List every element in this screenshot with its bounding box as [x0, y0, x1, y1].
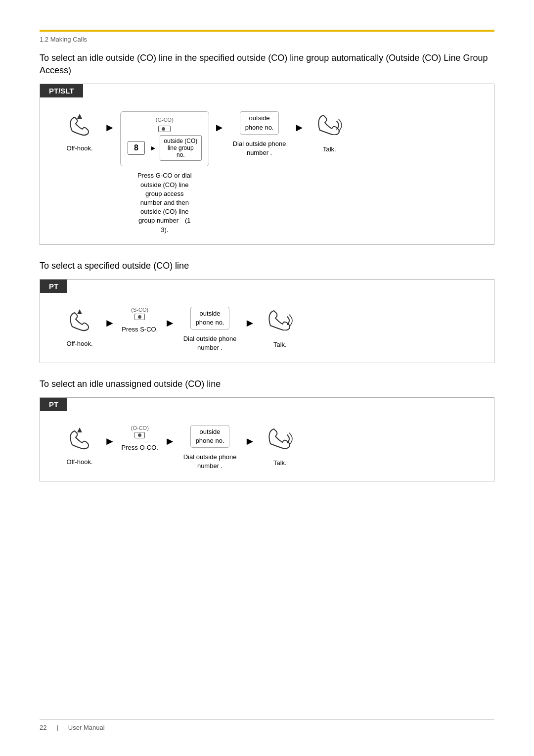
section2-box: PT Off-hook. ► (S-CO): [40, 279, 494, 363]
talk-label-1: Talk.: [323, 145, 336, 154]
step-dial-1: outside phone no. Dial outside phone num…: [230, 111, 289, 157]
gco-tag: (G-CO): [156, 117, 174, 123]
dial-label-1: Dial outside phone number .: [230, 140, 289, 157]
dial-box-1: outside phone no.: [240, 111, 279, 134]
arrow3-3: ►: [245, 430, 256, 448]
footer-doc: User Manual: [68, 724, 105, 731]
svg-marker-0: [77, 114, 82, 119]
talk-label-2: Talk.: [273, 340, 287, 349]
section3-tab: PT: [40, 398, 67, 411]
key-8: 8: [128, 141, 145, 155]
step-talk-2: Talk.: [260, 307, 300, 349]
step-talk-3: Talk.: [260, 425, 300, 468]
offhook-label-3: Off-hook.: [66, 458, 92, 467]
footer-separator: |: [56, 724, 58, 731]
dial-box-2: outside phone no.: [190, 307, 230, 330]
section2-title: To select a specified outside (CO) line: [40, 260, 494, 272]
talk-label-3: Talk.: [273, 459, 287, 468]
arrow1-1: ►: [104, 116, 115, 134]
section2-tab: PT: [40, 280, 67, 293]
talk-icon-2: [267, 307, 294, 335]
co-line-group-box: outside (CO)line group no.: [160, 135, 202, 161]
section1-tab: PT/SLT: [40, 84, 83, 97]
oco-icon-group: (O-CO): [131, 425, 149, 438]
gco-row: 8 ► outside (CO)line group no.: [128, 135, 202, 161]
step-dial-3: outside phone no. Dial outside phone num…: [180, 425, 240, 471]
sco-btn: [134, 314, 145, 320]
oco-btn: [134, 432, 145, 438]
dial-box-2-line1: outside: [200, 310, 221, 317]
arrow2-3: ►: [245, 312, 256, 330]
step-talk-1: Talk.: [310, 111, 349, 154]
gco-label: Press G-CO or dial outside (CO) line gro…: [135, 171, 194, 234]
section3-diagram: Off-hook. ► (O-CO) Press O-CO. ► outside…: [40, 411, 494, 481]
section3-title: To select an idle unassigned outside (CO…: [40, 378, 494, 390]
arrow3-1: ►: [104, 430, 115, 448]
section1-box: PT/SLT Off-hook. ► (G-CO): [40, 84, 494, 244]
step-gco: (G-CO) 8 ► outside (CO)line group no. Pr…: [120, 111, 209, 234]
talk-icon-3: [267, 425, 294, 454]
section3-box: PT Off-hook. ► (O-CO): [40, 397, 494, 481]
dial-box-3: outside phone no.: [190, 425, 230, 448]
offhook-icon-2: [65, 307, 94, 334]
oco-led: [138, 433, 141, 437]
gco-btn: [158, 126, 171, 132]
dial-box-3-line2: phone no.: [196, 437, 224, 444]
step-offhook-1: Off-hook.: [60, 111, 99, 153]
breadcrumb: 1.2 Making Calls: [40, 36, 494, 43]
page: 1.2 Making Calls To select an idle outsi…: [0, 0, 534, 756]
section1-diagram: Off-hook. ► (G-CO) 8 ► outside (CO)line …: [40, 97, 494, 244]
step-sco: (S-CO) Press S-CO.: [120, 307, 160, 334]
sco-icon-group: (S-CO): [131, 307, 148, 320]
dial-box-1-line1: outside: [249, 114, 270, 122]
dial-label-2: Dial outside phone number .: [180, 334, 240, 352]
arrow1-2: ►: [214, 116, 225, 134]
arrow2-2: ►: [165, 312, 176, 330]
offhook-label-1: Off-hook.: [66, 144, 92, 153]
svg-marker-1: [77, 309, 82, 314]
gco-led: [162, 127, 165, 131]
sco-led: [138, 315, 141, 319]
section2-diagram: Off-hook. ► (S-CO) Press S-CO. ► outside…: [40, 293, 494, 363]
step-offhook-3: Off-hook.: [60, 425, 99, 467]
footer: 22 | User Manual: [40, 719, 494, 731]
top-rule: [40, 30, 494, 32]
svg-marker-2: [77, 427, 82, 432]
step-offhook-2: Off-hook.: [60, 307, 99, 348]
section1-title: To select an idle outside (CO) line in t…: [40, 52, 494, 77]
dial-box-2-line2: phone no.: [196, 319, 224, 326]
oco-label: Press O-CO.: [122, 443, 158, 452]
talk-icon-1: [316, 111, 343, 140]
step-dial-2: outside phone no. Dial outside phone num…: [180, 307, 240, 353]
offhook-label-2: Off-hook.: [66, 339, 92, 348]
oco-tag: (O-CO): [131, 425, 149, 431]
step-oco: (O-CO) Press O-CO.: [120, 425, 160, 452]
dial-box-3-line1: outside: [200, 428, 221, 435]
dial-box-1-line2: phone no.: [245, 124, 274, 131]
arrow2-1: ►: [104, 312, 115, 330]
dial-label-3: Dial outside phone number .: [180, 453, 240, 471]
offhook-icon-1: [65, 111, 94, 139]
footer-page: 22: [40, 724, 46, 731]
arrow1-3: ►: [294, 116, 305, 134]
arrow3-2: ►: [165, 430, 176, 448]
offhook-icon-3: [65, 425, 94, 453]
sco-label: Press S-CO.: [122, 325, 158, 334]
gco-group: (G-CO) 8 ► outside (CO)line group no.: [120, 111, 209, 166]
sco-tag: (S-CO): [131, 307, 148, 313]
small-arrow-gco: ►: [150, 144, 157, 152]
